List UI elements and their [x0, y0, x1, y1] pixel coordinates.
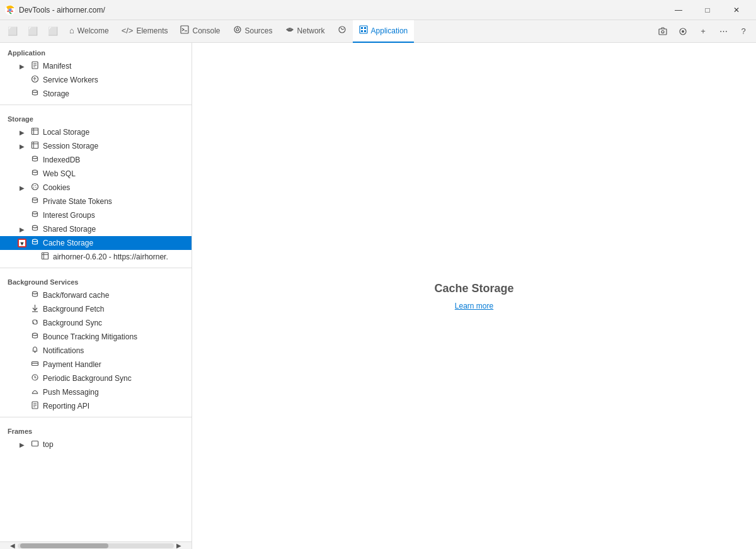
ra-label: Reporting API	[43, 402, 186, 410]
sidebar-item-service-workers[interactable]: Service Workers	[0, 73, 192, 87]
sidebar-item-manifest[interactable]: Manifest	[0, 59, 192, 73]
cookies-label: Cookies	[43, 183, 186, 192]
sidebar-item-cache-storage[interactable]: ▼ Cache Storage	[0, 236, 192, 250]
sidebar-item-private-state-tokens[interactable]: Private State Tokens	[0, 195, 192, 208]
content-title: Cache Storage	[434, 282, 513, 295]
bg-fetch-icon	[30, 304, 40, 314]
learn-more-link[interactable]: Learn more	[455, 302, 493, 310]
sidebar-item-payment-handler[interactable]: Payment Handler	[0, 358, 192, 371]
add-tab-button[interactable]: +	[693, 21, 713, 42]
svg-point-40	[32, 212, 37, 214]
sidebar-item-background-fetch[interactable]: Background Fetch	[0, 302, 192, 316]
pst-icon	[30, 196, 40, 207]
frames-section-header: Frames	[0, 421, 192, 438]
sidebar-item-bounce-tracking[interactable]: Bounce Tracking Mitigations	[0, 330, 192, 344]
content-area: Cache Storage Learn more	[192, 43, 756, 549]
panel-toggle-3[interactable]: ⬜	[43, 21, 63, 42]
maximize-button[interactable]: □	[693, 0, 722, 20]
sidebar-item-reporting-api[interactable]: Reporting API	[0, 399, 192, 413]
sidebar-item-cookies[interactable]: Cookies	[0, 181, 192, 195]
sidebar-item-back-forward-cache[interactable]: Back/forward cache	[0, 288, 192, 302]
recorder-button[interactable]	[673, 21, 693, 42]
ce-label: airhorner-0.6.20 - https://airhorner.	[53, 252, 186, 261]
svg-rect-11	[361, 27, 363, 29]
scroll-left-arrow[interactable]: ◀	[10, 542, 15, 549]
divider-3	[0, 417, 192, 417]
sidebar: Application Manifest Service Workers Sto…	[0, 43, 192, 549]
bf-label: Background Fetch	[43, 305, 186, 314]
sidebar-item-local-storage[interactable]: Local Storage	[0, 125, 192, 139]
svg-point-2	[9, 9, 11, 11]
sidebar-item-notifications[interactable]: Notifications	[0, 344, 192, 358]
elements-icon: </>	[122, 26, 134, 35]
tab-performance[interactable]	[331, 20, 353, 43]
sidebar-item-session-storage[interactable]: Session Storage	[0, 139, 192, 153]
ce-icon	[40, 252, 50, 262]
svg-point-38	[35, 187, 36, 188]
sidebar-item-indexeddb[interactable]: IndexedDB	[0, 153, 192, 167]
ss-label: Session Storage	[43, 142, 186, 150]
sidebar-item-web-sql[interactable]: Web SQL	[0, 167, 192, 181]
sidebar-item-periodic-background-sync[interactable]: Periodic Background Sync	[0, 371, 192, 385]
sidebar-scrollbar: ◀ ▶	[0, 541, 192, 549]
welcome-icon: ⌂	[69, 26, 74, 35]
push-icon	[30, 387, 40, 397]
scroll-track[interactable]	[18, 543, 174, 548]
sidebar-item-cache-entry[interactable]: airhorner-0.6.20 - https://airhorner.	[0, 250, 192, 264]
sidebar-item-background-sync[interactable]: Background Sync	[0, 316, 192, 330]
tab-application[interactable]: Application	[353, 20, 415, 43]
svg-point-42	[32, 239, 37, 242]
panel-toggle-1[interactable]: ⬜	[3, 21, 23, 42]
tab-console[interactable]: Console	[174, 20, 226, 43]
sidebar-item-interest-groups[interactable]: Interest Groups	[0, 208, 192, 222]
tab-elements[interactable]: </> Elements	[115, 20, 175, 43]
ig-label: Interest Groups	[43, 211, 186, 220]
svg-rect-14	[364, 30, 366, 32]
ls-icon	[30, 127, 40, 137]
application-section-header: Application	[0, 43, 192, 59]
title-bar: DevTools - airhorner.com/ — □ ✕	[0, 0, 756, 20]
sources-icon	[233, 25, 242, 36]
idb-label: IndexedDB	[43, 156, 186, 164]
svg-rect-29	[32, 142, 38, 149]
idb-icon	[30, 155, 40, 165]
sidebar-item-top[interactable]: top	[0, 438, 192, 451]
more-tabs-button[interactable]: ⋯	[713, 21, 733, 42]
periodic-sync-icon	[30, 373, 40, 383]
close-button[interactable]: ✕	[722, 0, 751, 20]
minimize-button[interactable]: —	[664, 0, 693, 20]
sidebar-item-storage[interactable]: Storage	[0, 87, 192, 101]
cache-label: Cache Storage	[43, 239, 186, 247]
window-title: DevTools - airhorner.com/	[19, 6, 105, 14]
tab-welcome[interactable]: ⌂ Welcome	[63, 20, 115, 43]
cookies-expand-arrow	[18, 184, 26, 191]
panel-toggle-2[interactable]: ⬜	[23, 21, 43, 42]
title-bar-controls: — □ ✕	[664, 0, 751, 20]
payment-icon	[30, 359, 40, 370]
cache-icon	[30, 238, 40, 248]
svg-point-49	[32, 333, 37, 336]
sw-icon	[30, 75, 40, 85]
scroll-right-arrow[interactable]: ▶	[176, 542, 181, 549]
svg-point-32	[32, 156, 37, 159]
manifest-expand-arrow	[18, 63, 26, 70]
svg-point-6	[236, 28, 239, 31]
application-icon	[359, 25, 368, 36]
tab-sources[interactable]: Sources	[227, 20, 279, 43]
pm-label: Push Messaging	[43, 388, 186, 397]
svg-point-35	[33, 185, 34, 186]
sidebar-item-shared-storage[interactable]: Shared Storage	[0, 222, 192, 236]
svg-point-39	[32, 198, 37, 200]
svg-point-16	[662, 30, 664, 33]
sidebar-item-push-messaging[interactable]: Push Messaging	[0, 385, 192, 399]
sw-label: Service Workers	[43, 76, 186, 84]
top-expand-arrow	[18, 441, 26, 448]
main-layout: Application Manifest Service Workers Sto…	[0, 43, 756, 549]
screenshot-button[interactable]	[653, 21, 673, 42]
pbs-label: Periodic Background Sync	[43, 374, 186, 383]
manifest-label: Manifest	[43, 62, 186, 71]
tab-network[interactable]: Network	[279, 20, 331, 43]
help-button[interactable]: ?	[733, 21, 753, 42]
svg-point-25	[32, 90, 37, 93]
network-icon	[285, 25, 294, 36]
